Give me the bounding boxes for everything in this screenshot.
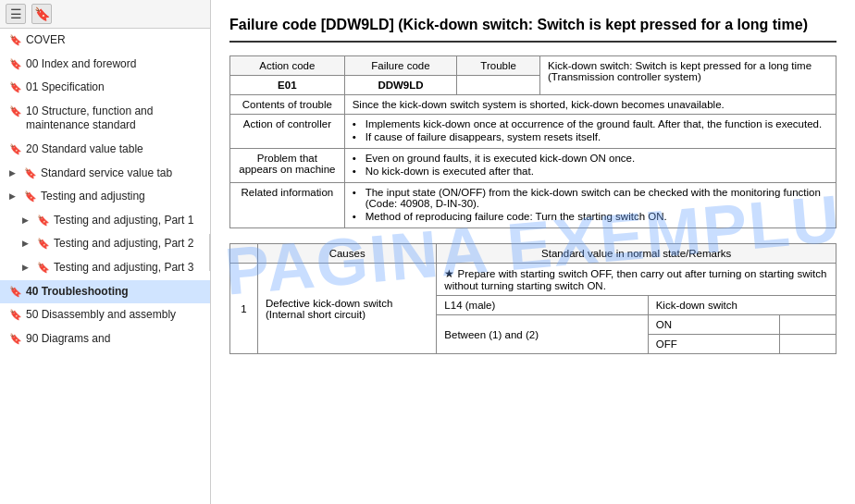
problem-content: Even on ground faults, it is executed ki… bbox=[344, 149, 836, 183]
sidebar-item-label: 00 Index and foreword bbox=[26, 57, 204, 72]
between-label: Between (1) and (2) bbox=[437, 315, 648, 354]
bookmark-icon: 🔖 bbox=[9, 105, 22, 117]
sidebar-item-testing-adj-1[interactable]: ▶🔖Testing and adjusting, Part 1 bbox=[0, 209, 210, 233]
sidebar-item-label: 10 Structure, function and maintenance s… bbox=[26, 104, 204, 133]
sidebar-item-90-diagrams[interactable]: 🔖90 Diagrams and bbox=[0, 327, 210, 351]
sidebar-item-label: COVER bbox=[26, 33, 204, 48]
sidebar-item-label: Testing and adjusting, Part 3 bbox=[54, 261, 204, 276]
sidebar-item-testing-adj-3[interactable]: ▶🔖Testing and adjusting, Part 3 bbox=[0, 256, 210, 280]
failure-code-value: DDW9LD bbox=[344, 76, 457, 95]
bookmark-icon: 🔖 bbox=[37, 238, 50, 250]
bookmark-icon: 🔖 bbox=[9, 143, 22, 155]
causes-header: Causes bbox=[258, 244, 437, 264]
cause-label: Defective kick-down switch (Internal sho… bbox=[258, 264, 437, 354]
page-title: Failure code [DDW9LD] (Kick-down switch:… bbox=[229, 15, 836, 43]
main-content: PAGINA EXEMPLU Failure code [DDW9LD] (Ki… bbox=[211, 0, 855, 504]
problem-label: Problem that appears on machine bbox=[230, 149, 345, 183]
action-code-value: E01 bbox=[230, 76, 345, 95]
bookmark-icon: 🔖 bbox=[24, 167, 37, 179]
sidebar-item-testing-adj-2[interactable]: ▶🔖Testing and adjusting, Part 2 bbox=[0, 232, 210, 256]
related-info-content: The input state (ON/OFF) from the kick-d… bbox=[344, 183, 836, 228]
arrow-icon: ▶ bbox=[22, 263, 31, 272]
bookmark-icon: 🔖 bbox=[24, 191, 37, 203]
bookmark-icon: 🔖 bbox=[37, 262, 50, 274]
bookmark-icon: 🔖 bbox=[9, 34, 22, 46]
arrow-icon: ▶ bbox=[22, 239, 31, 248]
sidebar-item-std-service[interactable]: ▶🔖Standard service value tab bbox=[0, 162, 210, 186]
related-bullet-1: The input state (ON/OFF) from the kick-d… bbox=[353, 187, 828, 209]
sidebar-item-01-spec[interactable]: 🔖01 Specification bbox=[0, 76, 210, 100]
sidebar-item-label: Testing and adjusting, Part 1 bbox=[54, 214, 204, 228]
sidebar-item-cover[interactable]: 🔖COVER bbox=[0, 29, 210, 53]
number-header bbox=[230, 244, 258, 264]
action-of-controller-content: Implements kick-down once at occurrence … bbox=[344, 115, 836, 149]
arrow-icon: ▶ bbox=[9, 168, 19, 178]
bookmark-icon: 🔖 bbox=[9, 309, 22, 321]
problem-bullet-2: No kick-down is executed after that. bbox=[353, 166, 828, 177]
kickdown-switch-label: Kick-down switch bbox=[648, 296, 836, 315]
sidebar-item-label: Testing and adjusting bbox=[41, 190, 204, 204]
sidebar-item-label: 20 Standard value table bbox=[26, 142, 204, 157]
off-label: OFF bbox=[648, 335, 780, 354]
sidebar-item-label: Testing and adjusting, Part 2 bbox=[54, 237, 204, 252]
bookmark-icon: 🔖 bbox=[37, 215, 50, 227]
failure-code-table: Action code Failure code Trouble Kick-do… bbox=[229, 55, 836, 228]
sidebar-item-40-trouble[interactable]: 🔖40 Troubleshooting bbox=[0, 280, 210, 304]
trouble-header: Trouble bbox=[457, 56, 540, 76]
action-of-controller-label: Action of controller bbox=[230, 115, 345, 149]
sidebar-toolbar: ☰ 🔖 bbox=[0, 0, 210, 29]
related-bullet-2: Method of reproducing failure code: Turn… bbox=[353, 211, 828, 222]
contents-of-trouble-text: Since the kick-down switch system is sho… bbox=[344, 95, 836, 115]
action-bullet-1: Implements kick-down once at occurrence … bbox=[353, 118, 828, 129]
sidebar-item-label: 01 Specification bbox=[26, 80, 204, 95]
bookmark-icon: 🔖 bbox=[9, 333, 22, 345]
trouble-description: Kick-down switch: Switch is kept pressed… bbox=[540, 56, 836, 95]
bookmark-icon[interactable]: 🔖 bbox=[31, 4, 52, 24]
contents-of-trouble-label: Contents of trouble bbox=[230, 95, 345, 115]
standard-value-header: Standard value in normal state/Remarks bbox=[437, 244, 836, 264]
row-number: 1 bbox=[230, 264, 258, 354]
off-value bbox=[780, 335, 836, 354]
bookmark-icon: 🔖 bbox=[9, 286, 22, 298]
menu-icon[interactable]: ☰ bbox=[6, 4, 26, 24]
sidebar-item-00-index[interactable]: 🔖00 Index and foreword bbox=[0, 53, 210, 77]
sidebar-item-label: 40 Troubleshooting bbox=[26, 285, 204, 300]
on-value bbox=[780, 315, 836, 335]
sidebar-item-50-disassembly[interactable]: 🔖50 Disassembly and assembly bbox=[0, 303, 210, 327]
sidebar-item-20-standard[interactable]: 🔖20 Standard value table bbox=[0, 138, 210, 162]
related-info-label: Related information bbox=[230, 183, 345, 228]
on-label: ON bbox=[648, 315, 780, 335]
bookmark-icon: 🔖 bbox=[9, 58, 22, 70]
sidebar-item-label: Standard service value tab bbox=[41, 166, 204, 181]
failure-code-header: Failure code bbox=[344, 56, 457, 76]
sidebar-item-label: 90 Diagrams and bbox=[26, 332, 204, 347]
prepare-text: ★ Prepare with starting switch OFF, then… bbox=[437, 264, 836, 296]
trouble-cell bbox=[457, 76, 540, 95]
action-bullet-2: If cause of failure disappears, system r… bbox=[353, 131, 828, 142]
causes-table: Causes Standard value in normal state/Re… bbox=[229, 243, 836, 354]
l14-label: L14 (male) bbox=[437, 296, 648, 315]
sidebar-item-testing-adj[interactable]: ▶🔖Testing and adjusting bbox=[0, 185, 210, 209]
arrow-icon: ▶ bbox=[9, 191, 19, 201]
sidebar-item-label: 50 Disassembly and assembly bbox=[26, 308, 204, 323]
sidebar-item-10-structure[interactable]: 🔖10 Structure, function and maintenance … bbox=[0, 100, 210, 138]
sidebar-nav: 🔖COVER🔖00 Index and foreword🔖01 Specific… bbox=[0, 29, 210, 350]
arrow-icon: ▶ bbox=[22, 215, 31, 225]
problem-bullet-1: Even on ground faults, it is executed ki… bbox=[353, 153, 828, 164]
bookmark-icon: 🔖 bbox=[9, 81, 22, 93]
action-code-header: Action code bbox=[230, 56, 345, 76]
